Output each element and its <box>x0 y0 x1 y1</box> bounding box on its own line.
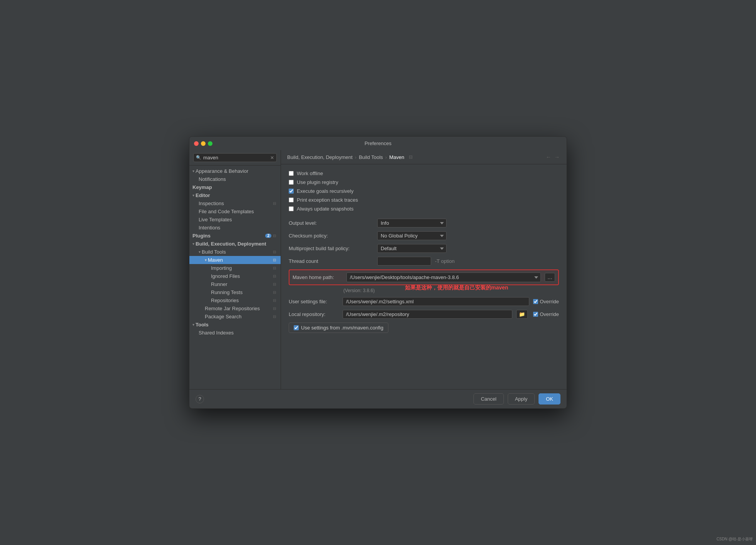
breadcrumb-sep-2: › <box>385 154 387 160</box>
sidebar-item-build-tools[interactable]: ▾ Build Tools ⊟ <box>189 248 281 256</box>
traffic-lights <box>194 141 212 146</box>
nav-back-button[interactable]: ← <box>545 153 552 161</box>
sidebar-item-remote-jar-repos[interactable]: Remote Jar Repositories ⊟ <box>189 304 281 313</box>
dialog-footer: ? Cancel Apply OK <box>189 389 567 408</box>
sidebar-item-label: Remote Jar Repositories <box>205 306 260 311</box>
sidebar-item-importing[interactable]: Importing ⊟ <box>189 264 281 272</box>
local-repo-override-checkbox[interactable] <box>533 312 538 317</box>
settings-icon: ⊟ <box>273 306 276 311</box>
print-exception-checkbox[interactable] <box>289 197 294 202</box>
annotation-text: 如果是这种，使用的就是自己安装的maven <box>405 284 508 291</box>
user-settings-override-label: Override <box>540 299 559 304</box>
user-settings-row: User settings file: Override <box>289 297 559 306</box>
sidebar-item-editor[interactable]: ▾ Editor <box>189 191 281 199</box>
title-bar: Preferences <box>189 137 567 150</box>
use-settings-button[interactable]: Use settings from .mvn/maven.config <box>289 323 388 333</box>
local-repo-browse-button[interactable]: 📁 <box>516 310 528 319</box>
breadcrumb-part-2: Build Tools <box>359 154 383 160</box>
execute-goals-row: Execute goals recursively <box>289 188 559 194</box>
breadcrumb-current: Maven <box>389 154 404 160</box>
use-settings-row: Use settings from .mvn/maven.config <box>289 323 559 333</box>
sidebar-item-label: Package Search <box>205 314 241 319</box>
use-settings-checkbox[interactable] <box>294 325 299 330</box>
maven-browse-button[interactable]: … <box>545 273 555 282</box>
always-update-checkbox[interactable] <box>289 206 294 211</box>
version-and-annotation: (Version: 3.8.6) 如果是这种，使用的就是自己安装的maven <box>343 288 559 293</box>
breadcrumb: Build, Execution, Deployment › Build Too… <box>281 150 567 164</box>
use-plugin-registry-label: Use plugin registry <box>297 179 338 185</box>
sidebar-item-package-search[interactable]: Package Search ⊟ <box>189 313 281 321</box>
sidebar-item-runner[interactable]: Runner ⊟ <box>189 280 281 288</box>
help-button[interactable]: ? <box>196 395 204 403</box>
always-update-row: Always update snapshots <box>289 206 559 212</box>
maximize-button[interactable] <box>208 141 212 146</box>
local-repo-override-label: Override <box>540 311 559 317</box>
settings-icon: ⊟ <box>273 274 276 278</box>
sidebar-item-label: Keymap <box>192 184 212 190</box>
sidebar-item-file-code-templates[interactable]: File and Code Templates <box>189 207 281 216</box>
cancel-button[interactable]: Cancel <box>473 393 503 405</box>
use-plugin-registry-checkbox[interactable] <box>289 180 294 185</box>
search-input-wrap[interactable]: 🔍 ✕ <box>193 153 277 162</box>
sidebar-item-label: Plugins <box>192 233 211 239</box>
search-input[interactable] <box>203 155 268 160</box>
t-option-label: -T option <box>435 258 455 264</box>
sidebar-item-label: Build, Execution, Deployment <box>196 241 266 247</box>
sidebar-item-label: Running Tests <box>211 289 243 295</box>
user-settings-label: User settings file: <box>289 299 339 304</box>
local-repo-override-wrap: Override <box>533 311 559 317</box>
sidebar-item-label: Appearance & Behavior <box>196 168 248 174</box>
sidebar-item-label: Notifications <box>199 176 226 182</box>
search-icon: 🔍 <box>196 155 201 160</box>
output-level-select[interactable]: Info Debug Warn Error <box>377 219 447 227</box>
user-settings-input[interactable] <box>343 297 529 306</box>
checksum-policy-select[interactable]: No Global Policy Warn Fail <box>377 231 447 240</box>
local-repo-input[interactable] <box>343 310 512 319</box>
search-box: 🔍 ✕ <box>189 150 281 166</box>
sidebar-item-notifications[interactable]: Notifications <box>189 175 281 183</box>
use-plugin-registry-row: Use plugin registry <box>289 179 559 185</box>
sidebar-item-shared-indexes[interactable]: Shared Indexes <box>189 329 281 337</box>
dialog-title: Preferences <box>365 140 391 146</box>
maven-home-row: Maven home path: /Users/wenjie/Desktop/t… <box>289 269 559 285</box>
settings-icon: ⊟ <box>273 266 276 270</box>
checksum-policy-row: Checksum policy: No Global Policy Warn F… <box>289 231 559 240</box>
sidebar-item-inspections[interactable]: Inspections ⊟ <box>189 199 281 207</box>
sidebar-item-repositories[interactable]: Repositories ⊟ <box>189 296 281 304</box>
work-offline-checkbox[interactable] <box>289 171 294 176</box>
minimize-button[interactable] <box>201 141 206 146</box>
thread-count-input[interactable] <box>377 257 431 266</box>
sidebar-item-label: Live Templates <box>199 217 232 222</box>
user-settings-override-checkbox[interactable] <box>533 299 538 304</box>
settings-icon: ⊟ <box>273 314 276 319</box>
sidebar-item-label: Maven <box>208 257 223 263</box>
work-offline-row: Work offline <box>289 171 559 176</box>
multiproject-fail-label: Multiproject build fail policy: <box>289 246 373 251</box>
sidebar-item-appearance[interactable]: ▾ Appearance & Behavior <box>189 167 281 175</box>
sidebar-item-keymap[interactable]: Keymap <box>189 183 281 191</box>
maven-home-select[interactable]: /Users/wenjie/Desktop/tools/apache-maven… <box>346 272 541 282</box>
sidebar-item-label: Repositories <box>211 298 239 303</box>
execute-goals-checkbox[interactable] <box>289 189 294 194</box>
maven-home-label: Maven home path: <box>293 274 343 280</box>
sidebar-item-label: Inspections <box>199 201 224 206</box>
sidebar-item-running-tests[interactable]: Running Tests ⊟ <box>189 288 281 296</box>
multiproject-fail-select[interactable]: Default Never At End Immediately <box>377 244 447 253</box>
sidebar-item-maven[interactable]: ▾ Maven ⊟ <box>189 256 281 264</box>
apply-button[interactable]: Apply <box>508 393 535 405</box>
sidebar-item-tools[interactable]: ▾ Tools <box>189 321 281 329</box>
settings-icon: ⊟ <box>273 298 276 303</box>
clear-search-button[interactable]: ✕ <box>270 155 274 160</box>
sidebar-item-build-exec-deploy[interactable]: ▾ Build, Execution, Deployment <box>189 240 281 248</box>
sidebar-item-live-templates[interactable]: Live Templates <box>189 216 281 224</box>
always-update-label: Always update snapshots <box>297 206 353 212</box>
sidebar-item-intentions[interactable]: Intentions <box>189 224 281 232</box>
ok-button[interactable]: OK <box>539 393 560 405</box>
sidebar-item-ignored-files[interactable]: Ignored Files ⊟ <box>189 272 281 280</box>
local-repo-row: Local repository: 📁 Override <box>289 310 559 319</box>
nav-forward-button[interactable]: → <box>554 153 560 161</box>
sidebar-item-plugins[interactable]: Plugins 2 ⊟ <box>189 232 281 240</box>
sidebar-item-label: Shared Indexes <box>199 330 234 336</box>
close-button[interactable] <box>194 141 199 146</box>
thread-count-row: Thread count -T option <box>289 257 559 266</box>
